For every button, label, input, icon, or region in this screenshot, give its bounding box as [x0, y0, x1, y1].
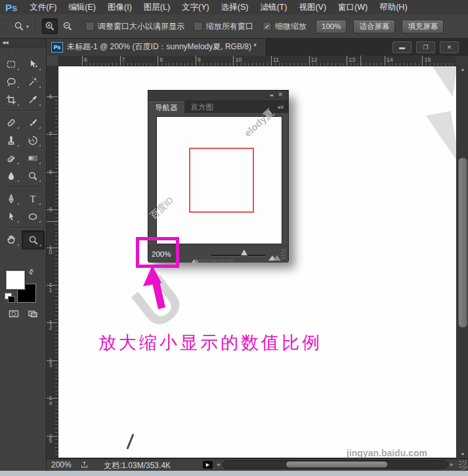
eyedropper-tool[interactable]	[22, 91, 43, 108]
panel-menu-icon[interactable]: ▾≡	[278, 104, 284, 110]
checkbox-unchecked-icon[interactable]	[85, 22, 95, 31]
clone-stamp-tool[interactable]	[0, 131, 22, 149]
navigator-tab-导航器[interactable]: 导航器	[148, 101, 184, 113]
navigator-view-box[interactable]	[189, 148, 254, 213]
restore-button[interactable]: ❐	[416, 41, 435, 53]
horizontal-scrollbar-thumb[interactable]	[286, 462, 387, 467]
document-tab-strip: Ps 未标题-1 @ 200% (百度ID：sunnyMelody夏, RGB/…	[46, 38, 468, 56]
collapse-panel-icon[interactable]: ◂◂	[270, 93, 272, 97]
menu-item-帮助[interactable]: 帮助(H)	[373, 0, 413, 14]
pen-tool-icon	[6, 194, 16, 204]
scroll-down-icon[interactable]: ▼	[457, 452, 468, 456]
move-tool-icon	[28, 59, 38, 70]
healing-brush-tool-icon	[6, 118, 16, 128]
document-size-info: 文档:1.03M/353.4K	[104, 460, 171, 471]
type-tool[interactable]: T	[22, 190, 43, 207]
lasso-tool[interactable]	[0, 73, 22, 91]
menu-item-选择[interactable]: 选择(S)	[215, 0, 255, 14]
ellipse-shape-tool[interactable]	[22, 207, 43, 225]
close-panel-icon[interactable]: ✕	[278, 91, 283, 98]
checkbox-unchecked-icon[interactable]	[194, 22, 203, 31]
zoom-out-mode-button[interactable]	[60, 19, 75, 33]
tools-panel-header[interactable]: ◀◀	[0, 38, 46, 47]
brush-tool-icon	[28, 118, 38, 128]
rect-marquee-tool[interactable]	[0, 55, 22, 73]
options-bar-grip[interactable]	[1, 17, 5, 35]
gradient-tool[interactable]	[22, 149, 43, 167]
hand-tool[interactable]	[0, 230, 22, 248]
default-colors-icon[interactable]	[5, 293, 15, 302]
option-checkbox-2[interactable]: ✓细微缩放	[263, 21, 307, 32]
navigator-preview[interactable]	[156, 116, 282, 244]
eyedropper-tool-icon	[28, 95, 38, 105]
eraser-tool[interactable]	[0, 149, 22, 167]
scroll-up-icon[interactable]: ▲	[457, 67, 468, 72]
status-zoom-field[interactable]: 200%	[51, 460, 72, 469]
ruler-label-h-6: 6	[84, 56, 87, 63]
menu-item-图像[interactable]: 图像(I)	[102, 0, 138, 14]
brush-tool[interactable]	[22, 114, 43, 131]
checkbox-label: 缩放所有窗口	[206, 21, 253, 32]
menu-bar: Ps 文件(F)编辑(E)图像(I)图层(L)文字(Y)选择(S)滤镜(T)视图…	[0, 0, 468, 15]
vertical-scrollbar-thumb[interactable]	[458, 158, 467, 328]
menu-item-图层[interactable]: 图层(L)	[138, 0, 176, 14]
magic-wand-tool[interactable]	[22, 73, 43, 91]
minimize-button[interactable]: ▬	[393, 41, 412, 53]
collapse-panel-icon: ◀◀	[2, 40, 8, 45]
slider-thumb[interactable]	[241, 249, 247, 255]
vertical-scrollbar[interactable]: ▲ ▼	[456, 66, 468, 458]
ruler-label-h-11: 11	[273, 56, 279, 63]
scroll-right-icon[interactable]: ▸	[450, 461, 454, 467]
ruler-cursor-marker	[360, 56, 361, 66]
screen-mode-button[interactable]	[28, 309, 38, 319]
close-button[interactable]: ✕	[440, 41, 459, 53]
dodge-tool[interactable]	[22, 167, 43, 184]
window-resize-grip[interactable]	[459, 460, 467, 469]
zoom-in-mountains-icon[interactable]	[268, 251, 281, 263]
option-checkbox-0[interactable]: 调整窗口大小以满屏显示	[85, 21, 184, 32]
zoom-tool[interactable]	[22, 230, 45, 249]
path-selection-tool[interactable]	[0, 207, 22, 225]
menu-item-编辑[interactable]: 编辑(E)	[62, 0, 102, 14]
menu-item-视图[interactable]: 视图(V)	[293, 0, 332, 14]
swap-colors-icon[interactable]: ⇄	[26, 267, 35, 276]
export-icon[interactable]	[80, 460, 89, 469]
options-button-100%[interactable]: 100%	[316, 20, 347, 33]
quick-mask-button[interactable]	[9, 309, 19, 319]
document-title: 未标题-1 @ 200% (百度ID：sunnyMelody夏, RGB/8) …	[67, 41, 257, 53]
navigator-titlebar[interactable]: ◂◂ ✕	[148, 91, 288, 101]
scroll-left-icon[interactable]: ◂	[217, 461, 220, 467]
document-tab[interactable]: Ps 未标题-1 @ 200% (百度ID：sunnyMelody夏, RGB/…	[46, 38, 266, 56]
tools-panel-grip[interactable]	[12, 49, 34, 53]
type-tool-icon: T	[28, 194, 38, 204]
move-tool[interactable]	[22, 55, 43, 73]
zoom-in-mode-button[interactable]	[42, 18, 58, 34]
option-checkbox-1[interactable]: 缩放所有窗口	[194, 21, 253, 32]
horizontal-scrollbar[interactable]	[223, 460, 448, 469]
menu-item-文件[interactable]: 文件(F)	[24, 0, 62, 14]
ruler-label-v-9: 9	[47, 207, 54, 213]
menu-item-文字[interactable]: 文字(Y)	[176, 0, 215, 14]
navigator-zoom-slider[interactable]	[211, 255, 265, 257]
status-flyout-button[interactable]: ▶	[203, 461, 213, 469]
ruler-corner[interactable]	[46, 56, 58, 66]
navigator-tab-直方图[interactable]: 直方图	[184, 101, 221, 113]
options-button-适合屏幕[interactable]: 适合屏幕	[353, 20, 395, 33]
panel-resize-grip[interactable]	[196, 259, 234, 262]
checkbox-checked-icon[interactable]: ✓	[263, 22, 272, 31]
vertical-ruler[interactable]: 6789101112131415	[46, 66, 58, 458]
smudge-tool[interactable]	[0, 167, 22, 184]
foreground-color-swatch[interactable]	[6, 270, 25, 290]
panel-resize-grip[interactable]	[281, 249, 286, 260]
ruler-label-v-15: 15	[47, 434, 54, 444]
eraser-tool-icon	[6, 153, 16, 163]
crop-tool[interactable]	[0, 91, 22, 108]
menu-item-窗口[interactable]: 窗口(W)	[332, 0, 373, 14]
options-button-填充屏幕[interactable]: 填充屏幕	[402, 20, 444, 33]
history-brush-tool[interactable]	[22, 131, 43, 149]
zoom-tool-preset-chip[interactable]: ▾	[11, 20, 32, 33]
healing-brush-tool[interactable]	[0, 114, 22, 131]
pen-tool[interactable]	[0, 190, 22, 207]
horizontal-ruler[interactable]: 6789101112131415	[58, 56, 456, 66]
menu-item-滤镜[interactable]: 滤镜(T)	[254, 0, 293, 14]
